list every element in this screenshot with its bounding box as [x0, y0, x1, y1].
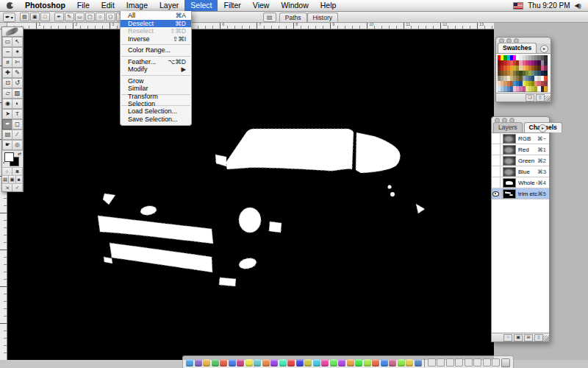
visibility-toggle[interactable]	[492, 144, 501, 155]
tab-swatches[interactable]: Swatches	[498, 43, 537, 53]
dock-app-icon[interactable]	[372, 359, 379, 367]
dock-app-icon[interactable]	[398, 359, 405, 367]
tool-preset-picker[interactable]: ✒ ▾	[3, 13, 15, 22]
document-canvas[interactable]	[7, 29, 494, 360]
tab-layers[interactable]: Layers	[493, 122, 523, 132]
dock-minimized-window[interactable]	[428, 358, 436, 367]
move-tool[interactable]: ↖	[12, 37, 23, 47]
file-browser-button[interactable]: ▤	[263, 13, 276, 22]
polygon-button[interactable]: ⬠	[106, 13, 115, 21]
menu-item-save-selection[interactable]: Save Selection...	[121, 116, 191, 124]
standard-mode-button[interactable]: ○	[2, 168, 12, 175]
delete-swatch-button[interactable]: ▯	[536, 94, 545, 102]
rounded-rectangle-button[interactable]: ▢	[85, 13, 95, 21]
dock-app-icon[interactable]	[245, 359, 253, 367]
menu-item-transform-selection[interactable]: Transform Selection	[121, 96, 191, 105]
dock-app-icon[interactable]	[237, 359, 244, 367]
menu-edit[interactable]: Edit	[96, 0, 121, 11]
menu-item-color-range[interactable]: Color Range...	[121, 46, 191, 54]
menu-item-deselect[interactable]: Deselect⌘D	[121, 20, 191, 28]
dock-app-icon[interactable]	[203, 359, 210, 367]
standard-screen-button[interactable]: ▤	[2, 176, 9, 183]
rectangle-button[interactable]: ▭	[75, 13, 85, 21]
dock-app-icon[interactable]	[321, 359, 329, 367]
channel-row-blue[interactable]: Blue⌘3	[492, 166, 549, 177]
menu-photoshop[interactable]: Photoshop	[19, 0, 71, 11]
dock-app-icon[interactable]	[212, 359, 219, 367]
dock-minimized-window[interactable]	[492, 358, 500, 367]
dock-app-icon[interactable]	[330, 359, 337, 367]
new-channel-button[interactable]: ⊞	[524, 334, 533, 342]
dock-minimized-window[interactable]	[437, 358, 445, 367]
dock-app-icon[interactable]	[347, 359, 354, 367]
history-brush-tool[interactable]: ↺	[12, 78, 23, 88]
dock-minimized-window[interactable]	[446, 358, 454, 367]
dock-app-icon[interactable]	[220, 359, 227, 367]
fullscreen-button[interactable]: ■	[16, 176, 23, 183]
toolbox-header[interactable]	[2, 27, 23, 37]
palette-menu-icon[interactable]: ▸	[540, 45, 548, 53]
menu-image[interactable]: Image	[121, 0, 154, 11]
dock-minimized-window[interactable]	[473, 358, 481, 367]
brush-tool[interactable]: ✎	[12, 68, 23, 78]
menu-select[interactable]: Select	[184, 0, 218, 11]
dock-app-icon[interactable]	[406, 359, 413, 367]
channel-row-red[interactable]: Red⌘1	[492, 144, 549, 155]
gradient-tool[interactable]: ▨	[12, 88, 23, 99]
menu-item-inverse[interactable]: Inverse⇧⌘I	[121, 35, 191, 43]
dock-minimized-window[interactable]	[483, 358, 491, 367]
resize-grip-icon[interactable]	[543, 336, 549, 342]
channel-row-rgb[interactable]: RGB⌘~	[492, 133, 549, 144]
slice-tool[interactable]: ✄	[12, 57, 23, 68]
switch-colors-icon[interactable]: ⇄	[18, 151, 21, 156]
fullscreen-menubar-button[interactable]: ▣	[9, 176, 15, 183]
dock-minimized-window[interactable]	[455, 358, 463, 367]
menu-filter[interactable]: Filter	[218, 0, 246, 11]
menu-file[interactable]: File	[71, 0, 96, 11]
dock-app-icon[interactable]	[186, 359, 193, 367]
dock-app-icon[interactable]	[381, 359, 388, 367]
menu-item-feather[interactable]: Feather...⌥⌘D	[121, 58, 191, 66]
trash-icon[interactable]	[501, 358, 510, 367]
dock-minimized-window[interactable]	[465, 358, 473, 367]
color-swatch[interactable]	[544, 86, 548, 92]
visibility-toggle[interactable]	[492, 155, 501, 166]
shape-layers-button[interactable]: ▧	[20, 13, 29, 21]
jump-arrow[interactable]: ✓	[12, 184, 23, 191]
jump-to-imageready-button[interactable]: ⇲	[2, 184, 12, 191]
well-tab-paths[interactable]: Paths	[279, 13, 307, 22]
dock-app-icon[interactable]	[304, 359, 312, 367]
volume-icon[interactable]: ◀))	[575, 2, 581, 9]
visibility-toggle[interactable]	[492, 133, 501, 144]
magic-wand-tool[interactable]: ✶	[12, 47, 23, 57]
palette-menu-icon[interactable]: ▸	[539, 124, 547, 132]
menu-item-modify[interactable]: Modify▶	[121, 66, 191, 74]
ellipse-button[interactable]: ○	[96, 13, 105, 21]
visibility-toggle[interactable]	[492, 188, 501, 199]
pen-button[interactable]: ✒	[54, 13, 64, 21]
resize-grip-icon[interactable]	[545, 96, 551, 102]
menu-item-reselect[interactable]: Reselect⇧⌘D	[121, 27, 191, 35]
menu-item-grow[interactable]: Grow	[121, 77, 191, 85]
dock-app-icon[interactable]	[287, 359, 295, 367]
dock-app-icon[interactable]	[313, 359, 320, 367]
dock-app-icon[interactable]	[229, 359, 236, 367]
save-selection-as-channel-button[interactable]: ▣	[514, 334, 523, 342]
apple-menu-icon[interactable]	[7, 2, 13, 9]
dodge-tool[interactable]: ◐	[12, 99, 23, 109]
menu-item-all[interactable]: All⌘A	[121, 12, 191, 20]
dock-app-icon[interactable]	[389, 359, 396, 367]
dock-app-icon[interactable]	[338, 359, 345, 367]
menu-layer[interactable]: Layer	[154, 0, 184, 11]
delete-channel-button[interactable]: ▯	[534, 334, 543, 342]
well-tab-history[interactable]: History	[307, 13, 338, 22]
menu-item-load-selection[interactable]: Load Selection...	[121, 107, 191, 116]
paths-button[interactable]: ▣	[30, 13, 40, 21]
quick-mask-mode-button[interactable]: ◙	[12, 168, 23, 175]
visibility-toggle[interactable]	[492, 166, 501, 177]
eyedropper-tool[interactable]: ∕	[12, 130, 23, 140]
type-tool[interactable]: T	[12, 109, 23, 119]
menu-help[interactable]: Help	[315, 0, 343, 11]
dock-app-icon[interactable]	[195, 359, 202, 367]
input-menu-flag-icon[interactable]	[513, 2, 523, 10]
